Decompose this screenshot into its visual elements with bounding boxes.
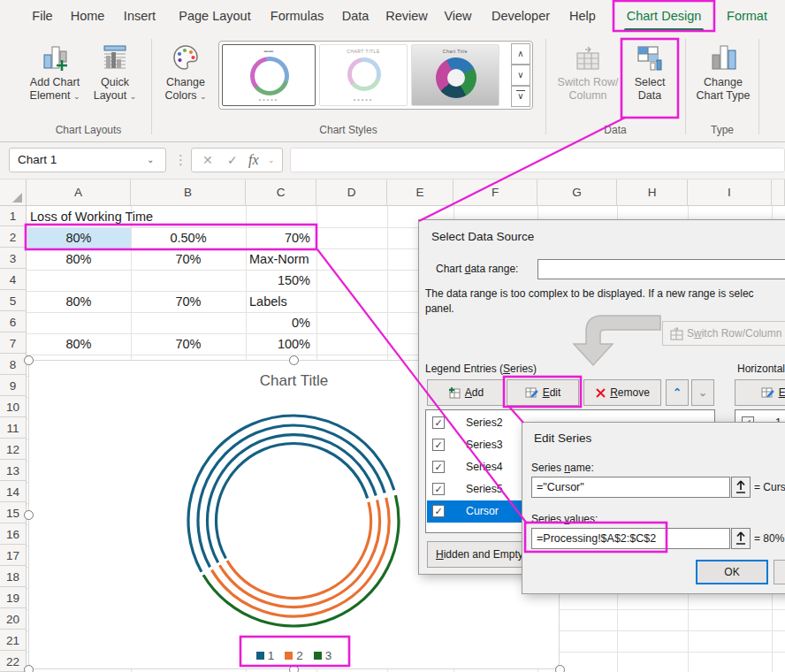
chart-resize-handle[interactable] [24, 665, 34, 672]
checkbox[interactable]: ✓ [432, 416, 445, 429]
chart-style-preview-1[interactable]: ▬▬ ••••• [222, 44, 316, 106]
formula-input[interactable] [290, 148, 785, 172]
chevron-down-icon[interactable]: ⌄ [268, 149, 275, 172]
tab-formulas[interactable]: Formulas [271, 0, 324, 32]
insert-function-icon[interactable]: fx [248, 149, 259, 172]
cell-b5[interactable]: 70% [131, 291, 246, 312]
row-header-7[interactable]: 7 [0, 333, 26, 354]
row-header-17[interactable]: 17 [0, 546, 26, 566]
row-header-2[interactable]: 2 [0, 227, 26, 248]
column-header-f[interactable]: F [453, 179, 537, 206]
edit-series-button[interactable]: Edit [507, 379, 579, 406]
row-header-21[interactable]: 21 [0, 630, 26, 651]
add-chart-element-button[interactable]: Add Chart Element ⌄ [23, 39, 87, 103]
chart-resize-handle[interactable] [24, 510, 34, 520]
chart-resize-handle[interactable] [24, 355, 34, 365]
gallery-scroll-down-button[interactable]: ∨ [511, 65, 530, 86]
cancel-icon[interactable]: ✕ [202, 149, 213, 172]
gallery-more-styles-button[interactable]: ∨ [511, 86, 530, 107]
cell-b2[interactable]: 0.50% [131, 227, 246, 248]
row-header-12[interactable]: 12 [0, 439, 26, 460]
tab-data[interactable]: Data [342, 0, 370, 32]
row-header-22[interactable]: 22 [0, 652, 26, 672]
add-series-button[interactable]: Add [427, 379, 505, 406]
remove-series-button[interactable]: Remove [583, 379, 661, 406]
column-header-c[interactable]: C [246, 179, 316, 206]
select-data-button[interactable]: Select Data [625, 39, 674, 103]
cell-a1[interactable]: Loss of Working Time [27, 206, 309, 227]
chart-style-preview-3[interactable]: Chart Title [411, 44, 499, 106]
column-header-b[interactable]: B [131, 179, 246, 206]
tab-insert[interactable]: Insert [124, 0, 156, 32]
column-header-a[interactable]: A [27, 179, 131, 206]
row-header-10[interactable]: 10 [0, 397, 26, 417]
cell-a2[interactable]: 80% [27, 227, 131, 248]
tab-chart-design[interactable]: Chart Design [627, 0, 702, 32]
legend-item-2[interactable]: 2 [285, 649, 303, 662]
cell-a3[interactable]: 80% [27, 248, 131, 270]
cell-c7[interactable]: 100% [246, 333, 316, 355]
row-header-13[interactable]: 13 [0, 461, 26, 481]
cell-c4[interactable]: 150% [246, 270, 316, 291]
series-values-range-picker[interactable] [731, 528, 751, 549]
chart-legend[interactable]: 123 [29, 649, 559, 662]
row-header-19[interactable]: 19 [0, 588, 26, 608]
cancel-button[interactable]: Cancel [774, 560, 785, 584]
change-colors-button[interactable]: Change Colors ⌄ [159, 39, 212, 103]
cell-c6[interactable]: 0% [246, 312, 316, 333]
tab-developer[interactable]: Developer [492, 0, 550, 32]
row-header-14[interactable]: 14 [0, 482, 26, 502]
select-all-corner[interactable] [0, 179, 27, 206]
series-name-range-picker[interactable] [731, 477, 751, 498]
gallery-scroll-up-button[interactable]: ∧ [511, 43, 530, 65]
row-header-20[interactable]: 20 [0, 609, 26, 630]
name-box[interactable]: Chart 1 [9, 148, 166, 172]
checkbox[interactable]: ✓ [432, 439, 445, 451]
row-header-1[interactable]: 1 [0, 206, 26, 226]
move-series-up-button[interactable]: ⌃ [666, 379, 689, 406]
row-header-16[interactable]: 16 [0, 524, 26, 545]
tab-review[interactable]: Review [385, 0, 428, 32]
cell-b3[interactable]: 70% [131, 248, 246, 270]
ok-button[interactable]: OK [696, 560, 768, 584]
row-header-11[interactable]: 11 [0, 418, 26, 439]
chart-data-range-input[interactable] [537, 259, 785, 279]
tab-page-layout[interactable]: Page Layout [179, 0, 250, 32]
column-header-partial[interactable] [772, 179, 785, 206]
move-series-down-button[interactable]: ⌄ [691, 379, 714, 406]
checkbox[interactable]: ✓ [432, 461, 445, 473]
column-header-e[interactable]: E [387, 179, 453, 206]
enter-icon[interactable]: ✓ [227, 149, 238, 172]
cell-b7[interactable]: 70% [131, 333, 246, 355]
row-header-8[interactable]: 8 [0, 355, 26, 375]
chart-resize-handle[interactable] [289, 355, 299, 365]
chart-resize-handle[interactable] [555, 665, 565, 672]
quick-layout-button[interactable]: Quick Layout ⌄ [88, 39, 141, 103]
row-header-6[interactable]: 6 [0, 312, 26, 332]
column-header-i[interactable]: I [688, 179, 772, 206]
name-box-chevron-icon[interactable]: ⌄ [147, 148, 154, 172]
series-values-input[interactable]: =Processing!$A$2:$C$2 [531, 528, 730, 549]
tab-home[interactable]: Home [71, 0, 105, 32]
tab-view[interactable]: View [444, 0, 471, 32]
row-header-5[interactable]: 5 [0, 291, 26, 311]
row-header-9[interactable]: 9 [0, 376, 26, 396]
chart-style-preview-2[interactable]: CHART TITLE ••••• [319, 44, 408, 106]
chart-resize-handle[interactable] [289, 665, 299, 672]
horizontal-edit-button[interactable]: Edit [735, 379, 785, 406]
legend-item-1[interactable]: 1 [256, 649, 275, 662]
checkbox[interactable]: ✓ [432, 505, 445, 517]
change-chart-type-button[interactable]: Change Chart Type [691, 39, 755, 103]
cell-c5[interactable]: Labels [246, 291, 316, 312]
cell-c3[interactable]: Max-Norm [246, 248, 316, 270]
tab-help[interactable]: Help [569, 0, 596, 32]
row-header-4[interactable]: 4 [0, 270, 26, 290]
column-header-d[interactable]: D [316, 179, 387, 206]
series-name-input[interactable]: ="Cursor" [531, 477, 730, 498]
cell-a7[interactable]: 80% [27, 333, 131, 355]
legend-item-3[interactable]: 3 [314, 649, 332, 662]
tab-file[interactable]: File [32, 0, 52, 32]
row-header-15[interactable]: 15 [0, 503, 26, 523]
column-header-g[interactable]: G [537, 179, 617, 206]
cell-a5[interactable]: 80% [27, 291, 131, 312]
